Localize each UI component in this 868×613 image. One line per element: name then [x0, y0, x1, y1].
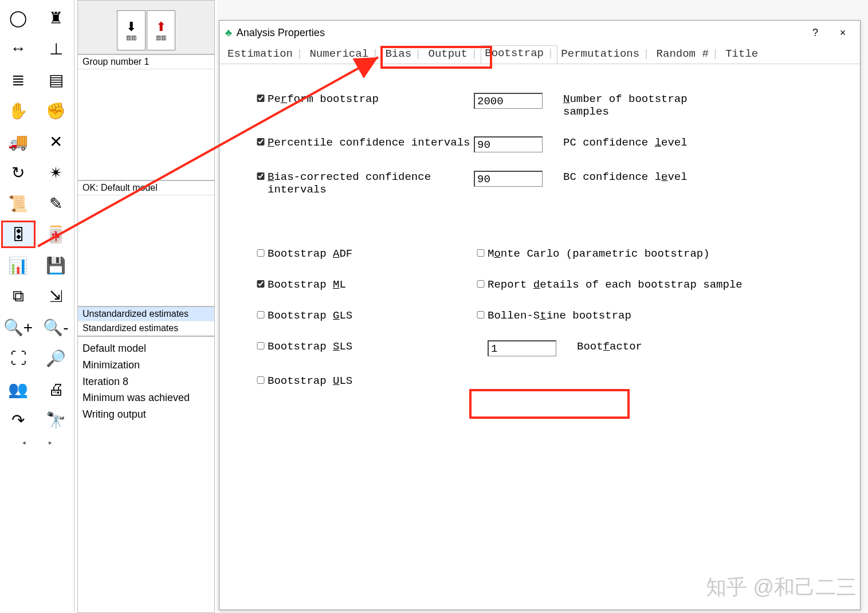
truck-tool[interactable]: 🚚: [2, 128, 35, 155]
bootstrap-gls-checkbox[interactable]: [254, 311, 268, 319]
bootfactor-label: Bootfactor: [577, 340, 642, 353]
annotation-highlight-bootfactor: [469, 389, 630, 419]
bollen-stine-checkbox[interactable]: [474, 311, 488, 319]
zoom-locate-tool[interactable]: 🔎: [40, 345, 73, 371]
pc-confidence-label: PC confidence level: [563, 136, 688, 149]
bootstrap-samples-input[interactable]: [474, 93, 543, 109]
log-line: Minimum was achieved: [83, 390, 210, 406]
estimates-row[interactable]: Standardized estimates: [78, 321, 214, 336]
zoom-in-tool[interactable]: 🔍+: [2, 314, 35, 340]
hand-select-tool[interactable]: ✋: [2, 97, 35, 124]
monte-carlo-label: Monte Carlo (parametric bootstrap): [488, 247, 710, 260]
models-panel: OK: Default model: [77, 180, 215, 306]
bc-confidence-label: BC confidence level: [563, 171, 688, 183]
copy-groups-tool[interactable]: 👥: [2, 376, 35, 402]
bootstrap-tab-body: Perform bootstrap Number of bootstrapsam…: [219, 64, 860, 434]
left-panels: ⬇▥▥ ⬆▥▥ Group number 1 OK: Default model…: [77, 0, 215, 613]
bootstrap-adf-label: Bootstrap ADF: [268, 247, 474, 260]
bootstrap-ml-checkbox[interactable]: [254, 280, 268, 288]
model-thumbnails: ⬇▥▥ ⬆▥▥: [77, 0, 215, 54]
bootstrap-adf-checkbox[interactable]: [254, 249, 268, 257]
dialog-icon: ♣: [225, 27, 232, 39]
bootstrap-uls-checkbox[interactable]: [254, 376, 268, 384]
bias-corrected-ci-label: Bias-corrected confidenceintervals: [268, 171, 474, 196]
title-block-tool[interactable]: ≣: [2, 66, 35, 93]
tab-title[interactable]: Title: [722, 46, 761, 64]
fit-page-tool[interactable]: ⛶: [2, 345, 35, 371]
dialog-titlebar: ♣ Analysis Properties ? ×: [219, 21, 860, 45]
thumbnail-output[interactable]: ⬆▥▥: [147, 10, 175, 50]
analysis-properties-dialog: ♣ Analysis Properties ? × EstimationNume…: [219, 20, 861, 610]
copy-diagram-tool[interactable]: ⧉: [2, 283, 35, 309]
groups-panel: Group number 1: [77, 54, 215, 180]
perform-bootstrap-label: Perform bootstrap: [268, 93, 474, 105]
models-panel-header[interactable]: OK: Default model: [78, 181, 214, 195]
binoculars-tool[interactable]: 🔭: [40, 407, 73, 433]
bootstrap-sls-checkbox[interactable]: [254, 342, 268, 349]
log-line: Default model: [83, 340, 210, 357]
abacus-tool[interactable]: 🀄: [40, 221, 73, 247]
dialog-tabs: EstimationNumericalBiasOutputBootstrapPe…: [219, 45, 860, 64]
color-diagram-tool[interactable]: ✴: [40, 159, 73, 186]
annotation-highlight-tabs: [380, 46, 492, 69]
spreadsheet-tool[interactable]: 📊: [2, 252, 35, 278]
tool-grid: ◯♜↔⊥≣▤✋✊🚚✕↻✴📜✎🎛🀄📊💾⧉⇲🔍+🔍-⛶🔎👥🖨↷🔭: [0, 2, 75, 435]
tab-permutations[interactable]: Permutations: [557, 46, 653, 64]
computation-log: Default model Minimization Iteration 8 M…: [77, 336, 215, 613]
bollen-stine-label: Bollen-Stine bootstrap: [488, 309, 631, 322]
monte-carlo-checkbox[interactable]: [474, 249, 488, 257]
bc-confidence-input[interactable]: [474, 171, 543, 187]
log-line: Iteration 8: [83, 374, 210, 390]
estimates-panel: Unstandardized estimates Standardized es…: [77, 306, 215, 336]
help-button[interactable]: ?: [804, 27, 827, 39]
log-line: Writing output: [83, 406, 210, 423]
perform-bootstrap-checkbox[interactable]: [254, 95, 268, 102]
bias-corrected-ci-checkbox[interactable]: [254, 172, 268, 180]
ellipse-tool[interactable]: ◯: [2, 5, 35, 31]
estimates-row[interactable]: Unstandardized estimates: [78, 307, 214, 321]
scroll-tool[interactable]: 📜: [2, 190, 35, 217]
bootfactor-input[interactable]: [488, 340, 556, 356]
redo-tool[interactable]: ↷: [2, 407, 35, 433]
pc-confidence-input[interactable]: [474, 136, 543, 152]
bootstrap-uls-label: Bootstrap ULS: [268, 375, 474, 387]
close-button[interactable]: ×: [831, 27, 854, 39]
bootstrap-samples-label: Number of bootstrapsamples: [563, 93, 688, 118]
hand-move-tool[interactable]: ✊: [40, 97, 73, 124]
cross-tool[interactable]: ✕: [40, 128, 73, 155]
analysis-properties-tool[interactable]: 🎛: [2, 221, 35, 247]
pen-tool[interactable]: ✎: [40, 190, 73, 217]
log-line: Minimization: [83, 357, 210, 374]
tool-palette: ◯♜↔⊥≣▤✋✊🚚✕↻✴📜✎🎛🀄📊💾⧉⇲🔍+🔍-⛶🔎👥🖨↷🔭 ◂ ▸: [0, 0, 74, 613]
chevron-right-icon[interactable]: ▸: [49, 439, 52, 446]
tab-bootstrap[interactable]: Bootstrap: [481, 45, 557, 64]
double-arrow-tool[interactable]: ↔: [2, 36, 35, 62]
thumbnail-input[interactable]: ⬇▥▥: [117, 10, 146, 50]
tab-estimation[interactable]: Estimation: [224, 46, 306, 64]
print-tool[interactable]: 🖨: [40, 376, 73, 402]
list-block-tool[interactable]: ▤: [40, 66, 73, 93]
copy-path-tool[interactable]: ⇲: [40, 283, 73, 309]
rotate-tool[interactable]: ↻: [2, 159, 35, 186]
report-details-label: Report details of each bootstrap sample: [488, 278, 743, 291]
bootstrap-ml-label: Bootstrap ML: [268, 278, 474, 291]
watermark: 知乎 @和己二三: [706, 573, 857, 602]
groups-panel-header[interactable]: Group number 1: [78, 55, 214, 69]
error-term-tool[interactable]: ⊥: [40, 36, 73, 62]
zoom-out-tool[interactable]: 🔍-: [40, 314, 73, 340]
indicator-tool[interactable]: ♜: [40, 5, 73, 31]
save-tool[interactable]: 💾: [40, 252, 73, 278]
percentile-ci-checkbox[interactable]: [254, 138, 268, 146]
bootstrap-gls-label: Bootstrap GLS: [268, 309, 474, 322]
bootstrap-sls-label: Bootstrap SLS: [268, 340, 474, 353]
dialog-title: Analysis Properties: [237, 27, 325, 39]
chevron-left-icon[interactable]: ◂: [22, 439, 26, 446]
tab-random-[interactable]: Random #: [653, 46, 722, 64]
report-details-checkbox[interactable]: [474, 280, 488, 288]
percentile-ci-label: Percentile confidence intervals: [268, 136, 474, 149]
tab-numerical[interactable]: Numerical: [306, 46, 382, 64]
